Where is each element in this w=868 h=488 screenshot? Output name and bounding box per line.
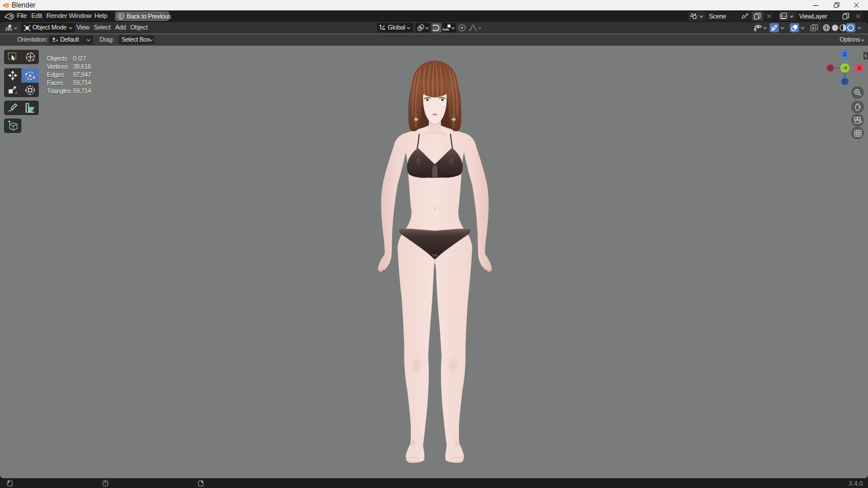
svg-text:-Y: -Y — [843, 65, 848, 71]
svg-text:X: X — [858, 65, 861, 71]
svg-text:Z: Z — [843, 51, 847, 57]
